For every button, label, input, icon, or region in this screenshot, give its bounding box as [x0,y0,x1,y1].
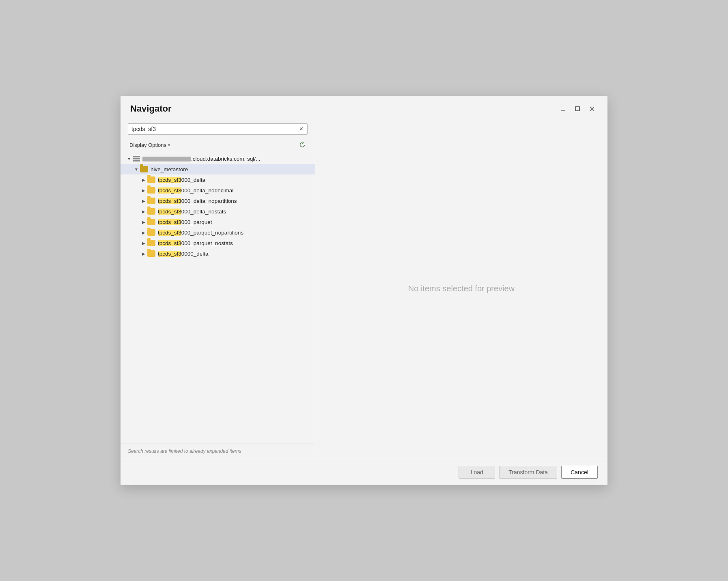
right-panel: No items selected for preview [315,118,607,459]
search-box: × [128,123,308,135]
search-clear-button[interactable]: × [299,125,304,133]
search-area: × [121,118,315,138]
expand-arrow-8: ▶ [140,250,147,257]
list-item[interactable]: ▶ tpcds_sf3000_parquet [121,217,315,227]
folder-icon-4 [147,208,155,215]
folder-icon-3 [147,198,155,204]
hive-folder-icon [140,166,148,172]
dialog-title: Navigator [130,103,171,114]
expand-arrow-4: ▶ [140,208,147,215]
server-icon [133,156,140,161]
root-label: .cloud.databricks.com: sql/... [142,156,260,162]
tree-area: ▼ .cloud.databricks.com: sql/... ▼ hive_… [121,153,315,443]
folder-icon-6 [147,229,155,236]
item-label-2: tpcds_sf3000_delta_nodecimal [158,187,233,194]
svg-rect-1 [575,107,579,111]
display-options-arrow-icon: ▾ [168,143,170,147]
expand-arrow-7: ▶ [140,239,147,247]
folder-icon-8 [147,250,155,257]
item-label-8: tpcds_sf30000_delta [158,251,209,257]
list-item[interactable]: ▶ tpcds_sf3000_delta_nostats [121,206,315,217]
item-label-1: tpcds_sf3000_delta [158,177,205,183]
left-panel: × Display Options ▾ [121,118,315,459]
list-item[interactable]: ▶ tpcds_sf3000_delta_nopartitions [121,196,315,206]
item-label-5: tpcds_sf3000_parquet [158,219,212,225]
folder-icon-7 [147,240,155,246]
no-preview-text: No items selected for preview [408,284,515,293]
cancel-button[interactable]: Cancel [561,466,598,479]
load-button[interactable]: Load [459,466,495,479]
expand-arrow-2: ▶ [140,187,147,194]
item-label-6: tpcds_sf3000_parquet_nopartitions [158,230,243,236]
display-options-label: Display Options [129,142,166,148]
expand-arrow-hive: ▼ [133,166,140,173]
transform-data-button[interactable]: Transform Data [499,466,557,479]
item-label-4: tpcds_sf3000_delta_nostats [158,209,226,215]
item-label-7: tpcds_sf3000_parquet_nostats [158,240,233,246]
item-label-3: tpcds_sf3000_delta_nopartitions [158,198,237,204]
expand-arrow-3: ▶ [140,197,147,204]
hive-metastore-item[interactable]: ▼ hive_metastore [121,164,315,174]
list-item[interactable]: ▶ tpcds_sf3000_delta [121,174,315,185]
dialog-footer: Load Transform Data Cancel [121,459,607,485]
folder-icon-1 [147,176,155,183]
expand-arrow-5: ▶ [140,218,147,226]
list-item[interactable]: ▶ tpcds_sf3000_delta_nodecimal [121,185,315,196]
navigator-dialog: Navigator × [121,96,607,485]
search-input[interactable] [131,126,296,132]
redacted-hostname [142,157,191,161]
hive-metastore-label: hive_metastore [151,166,188,172]
list-item[interactable]: ▶ tpcds_sf3000_parquet_nopartitions [121,227,315,238]
expand-arrow-root: ▼ [125,155,133,162]
dialog-body: × Display Options ▾ [121,118,607,459]
display-options-button[interactable]: Display Options ▾ [128,141,172,149]
expand-arrow-6: ▶ [140,229,147,236]
display-options-bar: Display Options ▾ [121,138,315,153]
minimize-button[interactable] [557,103,569,114]
folder-icon-2 [147,187,155,194]
list-item[interactable]: ▶ tpcds_sf30000_delta [121,248,315,259]
svg-rect-0 [561,110,565,111]
tree-root-item[interactable]: ▼ .cloud.databricks.com: sql/... [121,153,315,164]
close-button[interactable] [586,103,598,114]
refresh-button[interactable] [297,140,308,150]
header-controls [557,103,598,114]
folder-icon-5 [147,219,155,225]
maximize-button[interactable] [572,103,583,114]
list-item[interactable]: ▶ tpcds_sf3000_parquet_nostats [121,238,315,248]
expand-arrow-1: ▶ [140,176,147,183]
search-note: Search results are limited to already ex… [121,443,315,459]
dialog-header: Navigator [121,96,607,118]
